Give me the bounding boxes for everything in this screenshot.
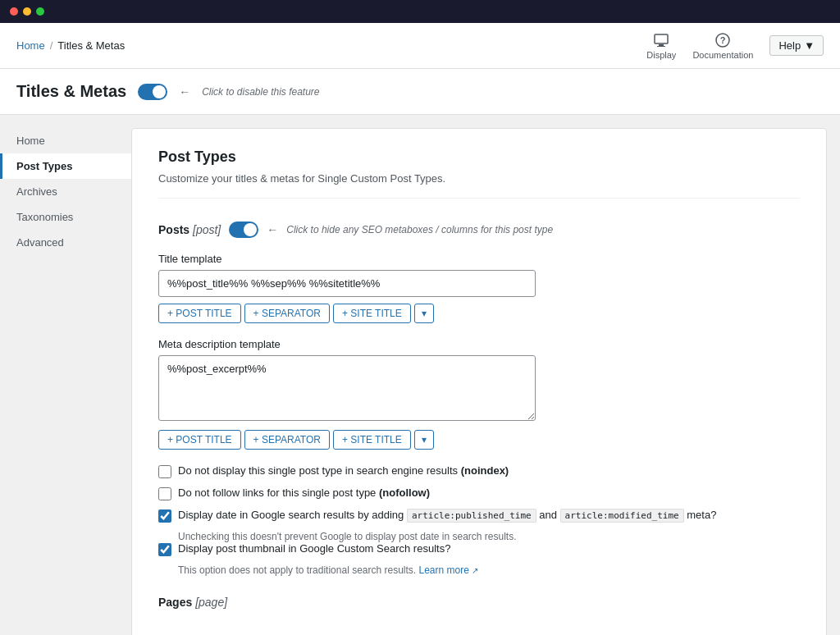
meta-desc-label: Meta description template: [158, 338, 800, 350]
post-type-slug: [post]: [193, 223, 221, 236]
documentation-icon: ?: [714, 32, 731, 48]
posts-click-hint: Click to hide any SEO metaboxes / column…: [286, 224, 553, 235]
thumbnail-checkbox-container: Display post thumbnail in Google Custom …: [158, 542, 800, 576]
post-type-pages-header: Pages [page]: [158, 589, 800, 609]
nofollow-checkbox[interactable]: [158, 487, 171, 500]
breadcrumb-current: Titles & Metas: [57, 39, 125, 52]
feature-toggle[interactable]: [138, 84, 167, 100]
topnav-actions: Display ? Documentation Help ▼: [646, 32, 824, 60]
thumbnail-checkbox-row: Display post thumbnail in Google Custom …: [158, 542, 800, 556]
meta-desc-field: Meta description template %%post_excerpt…: [158, 338, 800, 450]
meta-desc-buttons: + POST TITLE + SEPARATOR + SITE TITLE ▾: [158, 430, 800, 450]
pages-slug: [page]: [195, 596, 227, 609]
date-label: Display date in Google search results by…: [178, 509, 716, 521]
minimize-dot: [23, 7, 31, 16]
posts-arrow-icon: ←: [267, 223, 278, 236]
post-type-posts-header: Posts [post] ← Click to hide any SEO met…: [158, 215, 800, 238]
display-button[interactable]: Display: [646, 32, 676, 60]
chevron-down-icon: ▼: [804, 39, 815, 52]
add-site-title-btn[interactable]: + SITE TITLE: [333, 304, 411, 323]
learn-more-link[interactable]: Learn more: [419, 564, 469, 576]
sidebar-item-taxonomies[interactable]: Taxonomies: [0, 204, 131, 230]
nofollow-checkbox-row: Do not follow links for this single post…: [158, 487, 800, 500]
svg-rect-2: [657, 46, 665, 47]
help-button[interactable]: Help ▼: [769, 35, 824, 56]
documentation-button[interactable]: ? Documentation: [692, 32, 753, 60]
thumbnail-label: Display post thumbnail in Google Custom …: [178, 542, 450, 555]
nofollow-label: Do not follow links for this single post…: [178, 487, 430, 499]
maximize-dot: [36, 7, 44, 16]
sidebar-item-post-types[interactable]: Post Types: [0, 153, 131, 179]
titlebar: [0, 0, 840, 23]
display-icon: [653, 32, 669, 48]
arrow-icon: ←: [179, 85, 190, 98]
svg-rect-1: [659, 44, 664, 46]
svg-text:?: ?: [720, 35, 726, 45]
noindex-checkbox-row: Do not display this single post type in …: [158, 464, 800, 478]
title-template-buttons: + POST TITLE + SEPARATOR + SITE TITLE ▾: [158, 304, 800, 323]
breadcrumb-separator: /: [50, 39, 53, 52]
noindex-label: Do not display this single post type in …: [178, 464, 509, 477]
published-time-code: article:published_time: [407, 509, 536, 523]
date-checkbox-row: Display date in Google search results by…: [158, 509, 800, 523]
page-header: Titles & Metas ← Click to disable this f…: [0, 69, 840, 115]
add-separator-btn[interactable]: + SEPARATOR: [244, 304, 330, 323]
thumbnail-checkbox[interactable]: [158, 543, 171, 556]
post-type-posts: Posts [post] ← Click to hide any SEO met…: [158, 215, 800, 576]
display-label: Display: [646, 50, 676, 60]
date-sub-text: Unchecking this doesn't prevent Google t…: [178, 531, 800, 542]
documentation-label: Documentation: [692, 50, 753, 60]
topnav: Home / Titles & Metas Display ? Document…: [0, 23, 840, 69]
nofollow-bold: (nofollow): [379, 487, 430, 499]
add-post-title-btn[interactable]: + POST TITLE: [158, 304, 241, 323]
meta-add-post-title-btn[interactable]: + POST TITLE: [158, 430, 241, 450]
sidebar-item-archives[interactable]: Archives: [0, 179, 131, 204]
sidebar-item-advanced[interactable]: Advanced: [0, 230, 131, 255]
noindex-checkbox[interactable]: [158, 465, 171, 478]
post-type-label: Posts [post]: [158, 223, 221, 236]
toggle-thumb: [153, 85, 166, 98]
noindex-bold: (noindex): [461, 464, 509, 477]
title-template-input[interactable]: [158, 270, 536, 297]
breadcrumb: Home / Titles & Metas: [16, 39, 125, 52]
title-template-label: Title template: [158, 253, 800, 265]
title-template-field: Title template + POST TITLE + SEPARATOR …: [158, 253, 800, 323]
posts-toggle[interactable]: [229, 222, 258, 238]
date-checkbox[interactable]: [158, 509, 171, 523]
page-title: Titles & Metas: [16, 82, 126, 101]
external-link-icon: ↗: [472, 566, 478, 575]
meta-more-btn[interactable]: ▾: [414, 430, 434, 450]
layout: Home Post Types Archives Taxonomies Adva…: [0, 115, 840, 635]
section-desc: Customize your titles & metas for Single…: [158, 172, 800, 199]
section-title: Post Types: [158, 148, 800, 166]
modified-time-code: article:modified_time: [560, 509, 684, 523]
svg-rect-0: [655, 34, 668, 43]
pages-label: Pages [page]: [158, 596, 227, 609]
thumbnail-sub-text: This option does not apply to traditiona…: [178, 564, 800, 576]
sidebar: Home Post Types Archives Taxonomies Adva…: [0, 115, 131, 635]
close-dot: [10, 7, 18, 16]
feature-toggle-hint: Click to disable this feature: [202, 86, 319, 98]
title-more-btn[interactable]: ▾: [414, 304, 434, 323]
main-content: Post Types Customize your titles & metas…: [131, 128, 827, 635]
sidebar-item-home[interactable]: Home: [0, 128, 131, 153]
meta-desc-textarea[interactable]: %%post_excerpt%%: [158, 355, 536, 421]
meta-add-separator-btn[interactable]: + SEPARATOR: [244, 430, 330, 450]
help-label: Help: [778, 39, 801, 52]
date-checkbox-container: Display date in Google search results by…: [158, 509, 800, 542]
meta-add-site-title-btn[interactable]: + SITE TITLE: [333, 430, 411, 450]
breadcrumb-home[interactable]: Home: [16, 39, 45, 52]
